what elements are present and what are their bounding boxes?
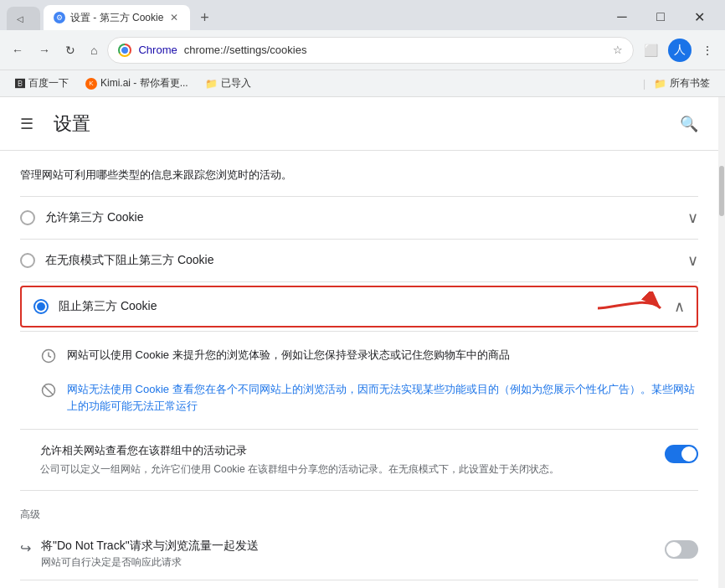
tab-label: 设置 - 第三方 Cookie — [70, 11, 163, 25]
advanced-title: 高级 — [20, 508, 698, 522]
reload-button[interactable]: ↻ — [60, 39, 80, 62]
option-block-label: 阻止第三方 Cookie — [59, 299, 674, 314]
main-area: ☰ 设置 🔍 管理网站可利用哪些类型的信息来跟踪您浏览时的活动。 允许第三方 C… — [0, 97, 725, 588]
tab-inactive[interactable]: ◁ — [7, 7, 40, 30]
sub-option-allowed-text: 网站可以使用 Cookie 来提升您的浏览体验，例如让您保持登录状态或记住您购物… — [67, 347, 698, 364]
content-body: 管理网站可利用哪些类型的信息来跟踪您浏览时的活动。 允许第三方 Cookie ∨… — [0, 151, 718, 588]
section-description: 管理网站可利用哪些类型的信息来跟踪您浏览时的活动。 — [20, 151, 698, 197]
minimize-button[interactable]: ─ — [603, 3, 641, 30]
maximize-button[interactable]: □ — [641, 3, 680, 30]
option-block-all[interactable]: 阻止第三方 Cookie ∧ — [20, 286, 698, 328]
window-controls: ─ □ ✕ — [603, 3, 718, 30]
option-allow-cookies[interactable]: 允许第三方 Cookie ∨ — [20, 197, 698, 240]
address-bar[interactable]: Chrome chrome://settings/cookies ☆ — [107, 37, 634, 64]
sub-option-blocked: 网站无法使用 Cookie 查看您在各个不同网站上的浏览活动，因而无法实现某些功… — [40, 373, 698, 422]
bookmarks-bar: 🅱 百度一下 K Kimi.ai - 帮你看更... 📁 已导入 | 📁 所有书… — [0, 70, 725, 97]
dnt-subtitle: 网站可自行决定是否响应此请求 — [41, 555, 655, 570]
radio-allow-cookies — [20, 210, 35, 225]
scrollbar-track[interactable] — [718, 97, 725, 588]
settings-title: 设置 — [54, 111, 90, 137]
advanced-section: 高级 ↪ 将"Do Not Track"请求与浏览流量一起发送 网站可自行决定是… — [20, 491, 698, 587]
settings-favicon: ⚙ — [54, 12, 65, 23]
profile-button[interactable]: 人 — [668, 39, 692, 62]
close-button[interactable]: ✕ — [680, 3, 718, 30]
baidu-icon: 🅱 — [15, 78, 25, 90]
scrollbar-thumb[interactable] — [719, 166, 724, 216]
settings-content: 管理网站可利用哪些类型的信息来跟踪您浏览时的活动。 允许第三方 Cookie ∨… — [0, 151, 718, 588]
settings-header: ☰ 设置 🔍 — [0, 97, 718, 151]
sub-option-allowed: 网站可以使用 Cookie 来提升您的浏览体验，例如让您保持登录状态或记住您购物… — [40, 338, 698, 373]
menu-button[interactable]: ⋮ — [697, 39, 718, 62]
bookmark-imported[interactable]: 📁 已导入 — [200, 73, 256, 94]
chrome-logo-icon — [118, 44, 131, 57]
star-icon[interactable]: ☆ — [613, 44, 623, 56]
kimi-avatar: K — [85, 78, 97, 90]
bookmark-kimi[interactable]: K Kimi.ai - 帮你看更... — [80, 73, 193, 94]
chrome-label: Chrome — [138, 44, 177, 56]
extensions-button[interactable]: ⬜ — [639, 39, 663, 62]
tab-close-button[interactable]: ✕ — [168, 10, 180, 25]
forward-arrow-icon: ↪ — [20, 540, 31, 556]
toolbar: ← → ↻ ⌂ Chrome chrome://settings/cookies… — [0, 30, 725, 70]
option-incognito-label: 在无痕模式下阻止第三方 Cookie — [45, 253, 687, 268]
hamburger-button[interactable]: ☰ — [13, 108, 40, 140]
expand-block-icon: ∧ — [674, 297, 685, 316]
bookmark-baidu[interactable]: 🅱 百度一下 — [10, 73, 74, 94]
clock-icon — [40, 348, 57, 364]
toggle-row: 允许相关网站查看您在该群组中的活动记录 公司可以定义一组网站，允许它们使用 Co… — [40, 443, 698, 477]
dnt-toggle[interactable] — [665, 540, 698, 559]
bookmarks-right: | 📁 所有书签 — [643, 73, 715, 94]
toolbar-right: ⬜ 人 ⋮ — [639, 39, 718, 62]
back-button[interactable]: ← — [7, 39, 28, 62]
toggle-desc: 公司可以定义一组网站，允许它们使用 Cookie 在该群组中分享您的活动记录。在… — [40, 462, 655, 477]
radio-block-all — [33, 299, 49, 314]
option-allow-label: 允许第三方 Cookie — [45, 210, 687, 225]
bookmarks-folder-icon: 📁 — [654, 78, 666, 90]
annotation-arrow — [598, 291, 665, 325]
home-button[interactable]: ⌂ — [85, 39, 102, 62]
address-text: chrome://settings/cookies — [184, 44, 307, 56]
toggle-text: 允许相关网站查看您在该群组中的活动记录 公司可以定义一组网站，允许它们使用 Co… — [40, 443, 655, 477]
expand-allow-icon: ∨ — [687, 209, 698, 227]
sub-option-blocked-text: 网站无法使用 Cookie 查看您在各个不同网站上的浏览活动，因而无法实现某些功… — [67, 381, 698, 414]
blocked-icon — [40, 382, 57, 399]
dnt-option-row[interactable]: ↪ 将"Do Not Track"请求与浏览流量一起发送 网站可自行决定是否响应… — [20, 529, 698, 580]
option-block-all-container: 阻止第三方 Cookie ∧ — [20, 286, 698, 332]
all-bookmarks-button[interactable]: 📁 所有书签 — [649, 73, 715, 94]
svg-line-3 — [44, 386, 54, 395]
title-bar: ◁ ⚙ 设置 - 第三方 Cookie ✕ + ─ □ ✕ — [0, 0, 725, 30]
sub-options-container: 网站可以使用 Cookie 来提升您的浏览体验，例如让您保持登录状态或记住您购物… — [20, 332, 698, 430]
browser-frame: ◁ ⚙ 设置 - 第三方 Cookie ✕ + ─ □ ✕ ← → ↻ ⌂ Ch… — [0, 0, 725, 588]
dnt-text-block: 将"Do Not Track"请求与浏览流量一起发送 网站可自行决定是否响应此请… — [41, 539, 655, 570]
new-tab-button[interactable]: + — [193, 7, 216, 28]
toggle-related-sites[interactable] — [665, 445, 698, 463]
dnt-title: 将"Do Not Track"请求与浏览流量一起发送 — [41, 539, 655, 554]
forward-button[interactable]: → — [33, 39, 55, 62]
option-incognito-block[interactable]: 在无痕模式下阻止第三方 Cookie ∨ — [20, 240, 698, 282]
toggle-title: 允许相关网站查看您在该群组中的活动记录 — [40, 443, 655, 458]
folder-icon: 📁 — [205, 78, 218, 90]
tab-active[interactable]: ⚙ 设置 - 第三方 Cookie ✕ — [44, 5, 190, 30]
expand-incognito-icon: ∨ — [687, 251, 698, 270]
radio-incognito-block — [20, 253, 35, 268]
toggle-section: 允许相关网站查看您在该群组中的活动记录 公司可以定义一组网站，允许它们使用 Co… — [20, 430, 698, 491]
settings-search-button[interactable]: 🔍 — [673, 108, 705, 140]
